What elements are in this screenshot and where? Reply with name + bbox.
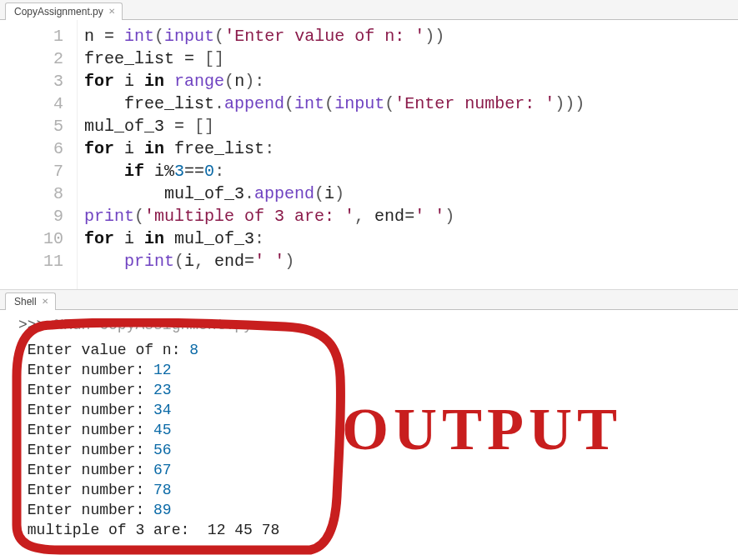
line-number: 2 [0, 48, 63, 70]
code-line[interactable]: for i in range(n): [84, 70, 738, 92]
shell-output-line: Enter value of n: 8 [18, 340, 738, 360]
shell-output-line: Enter number: 78 [18, 480, 738, 500]
shell-output-line: multiple of 3 are: 12 45 78 [18, 520, 738, 540]
code-line[interactable]: mul_of_3.append(i) [84, 182, 738, 205]
code-area[interactable]: n = int(input('Enter value of n: '))free… [77, 20, 738, 289]
line-number: 9 [0, 205, 63, 228]
shell-output-line: Enter number: 67 [18, 460, 738, 480]
editor-tabbar: CopyAssignment.py ✕ [0, 0, 738, 20]
shell-output-line: Enter number: 34 [18, 400, 738, 420]
line-number: 6 [0, 138, 63, 160]
line-number: 1 [0, 25, 63, 48]
line-number: 11 [0, 250, 63, 272]
shell-output-line: Enter number: 89 [18, 500, 738, 520]
tab-shell[interactable]: Shell ✕ [5, 292, 56, 310]
code-line[interactable]: mul_of_3 = [] [84, 115, 738, 138]
close-icon[interactable]: ✕ [42, 298, 48, 306]
line-number: 5 [0, 115, 63, 138]
line-number: 4 [0, 92, 63, 115]
tab-label: CopyAssignment.py [14, 6, 103, 18]
line-number: 7 [0, 160, 63, 182]
shell-output[interactable]: >>> %Run CopyAssignment.py Enter value o… [0, 310, 738, 560]
code-line[interactable]: free_list.append(int(input('Enter number… [84, 92, 738, 115]
code-line[interactable]: n = int(input('Enter value of n: ')) [84, 25, 738, 48]
code-line[interactable]: if i%3==0: [84, 160, 738, 182]
close-icon[interactable]: ✕ [108, 8, 115, 16]
shell-output-line: Enter number: 12 [18, 360, 738, 380]
code-line[interactable]: for i in free_list: [84, 138, 738, 160]
code-line[interactable]: print(i, end=' ') [84, 250, 738, 272]
shell-tabbar: Shell ✕ [0, 290, 738, 310]
line-number: 3 [0, 70, 63, 92]
run-command: %Run CopyAssignment.py [54, 317, 253, 333]
shell-output-line: Enter number: 56 [18, 440, 738, 460]
code-line[interactable]: for i in mul_of_3: [84, 228, 738, 250]
tab-label: Shell [14, 296, 37, 308]
code-line[interactable]: free_list = [] [84, 48, 738, 70]
tab-editor-file[interactable]: CopyAssignment.py ✕ [5, 2, 123, 20]
code-line[interactable]: print('multiple of 3 are: ', end=' ') [84, 205, 738, 228]
shell-output-line: Enter number: 23 [18, 380, 738, 400]
shell-run-line: >>> %Run CopyAssignment.py [18, 315, 738, 335]
line-number: 10 [0, 228, 63, 250]
line-number: 8 [0, 182, 63, 205]
prompt-symbol: >>> [18, 317, 45, 333]
line-number-gutter: 1234567891011 [0, 20, 77, 289]
shell-output-line: Enter number: 45 [18, 420, 738, 440]
code-editor[interactable]: 1234567891011 n = int(input('Enter value… [0, 20, 738, 290]
